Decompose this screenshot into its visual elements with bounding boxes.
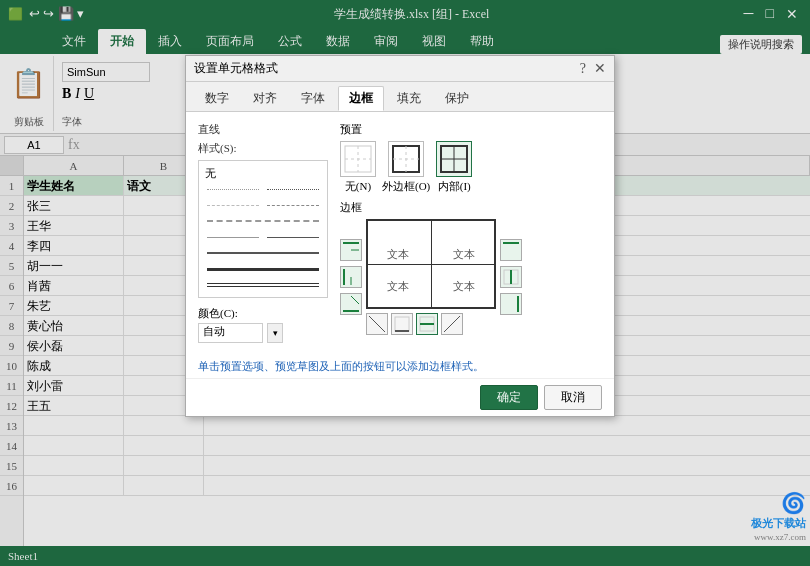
border-horizontal-button[interactable] [416, 313, 438, 335]
line-section-title: 直线 [198, 122, 328, 137]
dialog-tab-number[interactable]: 数字 [194, 86, 240, 111]
border-preview-area: 文本 文本 文本 文本 [366, 219, 496, 335]
preset-none-svg [343, 144, 373, 174]
dialog-title: 设置单元格格式 [194, 60, 278, 77]
border-text-bl: 文本 [387, 279, 409, 294]
border-right-buttons [500, 219, 522, 335]
dialog-tab-border[interactable]: 边框 [338, 86, 384, 111]
preset-outline-button[interactable]: 外边框(O) [382, 141, 430, 194]
border-vertical-icon [503, 269, 519, 285]
border-bottom-left-icon [343, 296, 359, 312]
color-box[interactable]: 自动 [198, 323, 263, 343]
style-dashed2[interactable] [203, 213, 323, 229]
dialog-tab-fill[interactable]: 填充 [386, 86, 432, 111]
preset-inside-button[interactable]: 内部(I) [436, 141, 472, 194]
dialog-controls: ? ✕ [580, 60, 606, 77]
dialog-help-button[interactable]: ? [580, 61, 586, 77]
dialog-left-panel: 直线 样式(S): 无 [198, 122, 328, 343]
format-cells-dialog: 设置单元格格式 ? ✕ 数字 对齐 字体 边框 填充 保护 直线 样式(S): [185, 55, 615, 417]
style-dotted2-preview [267, 189, 319, 190]
style-double-preview [207, 283, 319, 287]
border-bottom-icon [394, 316, 410, 332]
preset-section: 预置 无(N) [340, 122, 602, 194]
border-diagonal-up-icon [444, 316, 460, 332]
border-left-buttons [340, 219, 362, 335]
border-bottom-left-button[interactable] [340, 293, 362, 315]
svg-line-15 [369, 316, 385, 332]
border-left-button[interactable] [340, 266, 362, 288]
style-solid-thick[interactable] [203, 261, 323, 277]
style-none-label: 无 [205, 166, 216, 181]
border-top-icon [503, 242, 519, 258]
border-diagonal-down-button[interactable] [366, 313, 388, 335]
border-top-left-button[interactable] [340, 239, 362, 261]
dialog-tabs: 数字 对齐 字体 边框 填充 保护 [186, 82, 614, 112]
preset-inside-svg [439, 144, 469, 174]
preset-outline-label: 外边框(O) [382, 179, 430, 194]
border-inner-vertical [431, 221, 432, 307]
style-solid-thin-preview1 [207, 237, 259, 238]
border-top-button[interactable] [500, 239, 522, 261]
color-section: 颜色(C): 自动 ▾ [198, 306, 328, 343]
dialog-tab-font[interactable]: 字体 [290, 86, 336, 111]
dialog-close-button[interactable]: ✕ [594, 60, 606, 77]
style-double[interactable] [203, 277, 323, 293]
svg-rect-16 [395, 317, 409, 331]
style-none[interactable]: 无 [203, 165, 323, 181]
dialog-ok-button[interactable]: 确定 [480, 385, 538, 410]
border-left-icon [343, 269, 359, 285]
style-dashed1[interactable] [203, 197, 323, 213]
preset-buttons: 无(N) 外边框(O) [340, 141, 602, 194]
border-horizontal-icon [419, 316, 435, 332]
border-vertical-button[interactable] [500, 266, 522, 288]
preset-none-icon [340, 141, 376, 177]
style-label: 样式(S): [198, 141, 328, 156]
border-right-icon [503, 296, 519, 312]
border-preview-box[interactable]: 文本 文本 文本 文本 [366, 219, 496, 309]
style-solid-thin[interactable] [203, 229, 323, 245]
border-bottom-buttons [366, 313, 496, 335]
preset-inside-label: 内部(I) [438, 179, 471, 194]
style-dotted1[interactable] [203, 181, 323, 197]
border-section: 边框 [340, 200, 602, 335]
border-right-button[interactable] [500, 293, 522, 315]
preset-none-label: 无(N) [345, 179, 371, 194]
preset-outline-svg [391, 144, 421, 174]
dialog-right-panel: 预置 无(N) [340, 122, 602, 343]
style-solid-md-preview [207, 252, 319, 254]
line-style-list: 无 [198, 160, 328, 298]
border-top-left-icon [343, 242, 359, 258]
border-text-br: 文本 [453, 279, 475, 294]
svg-line-14 [351, 296, 359, 304]
style-dash-dot-preview [207, 220, 319, 222]
style-dotted1-preview [207, 189, 259, 190]
border-text-tr: 文本 [453, 247, 475, 262]
dialog-cancel-button[interactable]: 取消 [544, 385, 602, 410]
preset-title: 预置 [340, 122, 602, 137]
border-text-tl: 文本 [387, 247, 409, 262]
dialog-hint: 单击预置选项、预览草图及上面的按钮可以添加边框样式。 [186, 353, 614, 378]
preset-outline-icon [388, 141, 424, 177]
style-dashed1-preview [207, 205, 259, 206]
style-dashed2-preview [267, 205, 319, 206]
color-dropdown-button[interactable]: ▾ [267, 323, 283, 343]
border-title: 边框 [340, 200, 602, 215]
dialog-footer: 确定 取消 [186, 378, 614, 416]
border-diagonal-down-icon [369, 316, 385, 332]
border-bottom-button[interactable] [391, 313, 413, 335]
style-solid-thick-preview [207, 268, 319, 271]
preset-none-button[interactable]: 无(N) [340, 141, 376, 194]
dialog-title-bar: 设置单元格格式 ? ✕ [186, 56, 614, 82]
color-select-row: 自动 ▾ [198, 323, 328, 343]
border-editor: 文本 文本 文本 文本 [340, 219, 602, 335]
dialog-tab-protection[interactable]: 保护 [434, 86, 480, 111]
color-label: 颜色(C): [198, 306, 328, 321]
dialog-overlay: 设置单元格格式 ? ✕ 数字 对齐 字体 边框 填充 保护 直线 样式(S): [0, 0, 810, 566]
preset-inside-icon [436, 141, 472, 177]
border-diagonal-up-button[interactable] [441, 313, 463, 335]
dialog-tab-align[interactable]: 对齐 [242, 86, 288, 111]
dialog-body: 直线 样式(S): 无 [186, 112, 614, 353]
style-solid-thin-preview2 [267, 237, 319, 238]
style-solid-md[interactable] [203, 245, 323, 261]
svg-line-20 [444, 316, 460, 332]
